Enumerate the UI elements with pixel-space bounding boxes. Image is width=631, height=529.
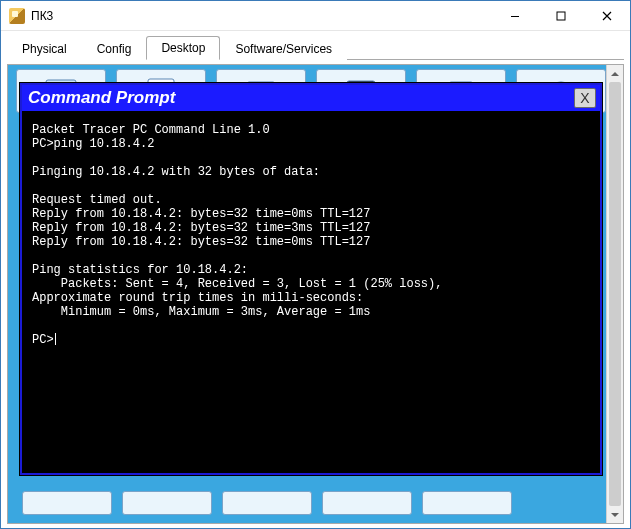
desktop-panel: >_ Command Prompt X Packet Tracer PC Com… <box>7 64 624 524</box>
minimize-icon <box>510 11 520 21</box>
tab-config[interactable]: Config <box>82 37 147 60</box>
app-icon <box>9 8 25 24</box>
desktop-background: >_ Command Prompt X Packet Tracer PC Com… <box>7 64 624 524</box>
desktop-scrollbar[interactable] <box>606 65 623 523</box>
close-x-label: X <box>580 90 589 106</box>
maximize-button[interactable] <box>538 1 584 31</box>
close-button[interactable] <box>584 1 630 31</box>
svg-rect-0 <box>511 16 519 17</box>
window-title: ПК3 <box>31 9 53 23</box>
desktop-tile[interactable] <box>422 491 512 515</box>
scroll-up-button[interactable] <box>607 65 623 82</box>
chevron-down-icon <box>611 511 619 519</box>
scroll-track[interactable] <box>607 82 623 506</box>
command-prompt-titlebar[interactable]: Command Prompt X <box>22 85 600 111</box>
command-prompt-title: Command Prompt <box>28 88 175 108</box>
svg-rect-1 <box>557 12 565 20</box>
desktop-tile[interactable] <box>22 491 112 515</box>
desktop-tile[interactable] <box>322 491 412 515</box>
window-titlebar: ПК3 <box>1 1 630 31</box>
minimize-button[interactable] <box>492 1 538 31</box>
maximize-icon <box>556 11 566 21</box>
scroll-thumb[interactable] <box>609 82 621 506</box>
desktop-bottom-strip <box>8 485 623 523</box>
scroll-down-button[interactable] <box>607 506 623 523</box>
chevron-up-icon <box>611 70 619 78</box>
desktop-tile[interactable] <box>222 491 312 515</box>
terminal-output: Packet Tracer PC Command Line 1.0 PC>pin… <box>32 123 590 347</box>
command-prompt-body[interactable]: Packet Tracer PC Command Line 1.0 PC>pin… <box>22 111 600 473</box>
command-prompt-window: Command Prompt X Packet Tracer PC Comman… <box>20 83 602 475</box>
tabstrip: Physical Config Desktop Software/Service… <box>1 31 630 59</box>
close-icon <box>602 11 612 21</box>
desktop-tile[interactable] <box>122 491 212 515</box>
command-prompt-close-button[interactable]: X <box>574 88 596 108</box>
tab-software-services[interactable]: Software/Services <box>220 37 347 60</box>
tab-desktop[interactable]: Desktop <box>146 36 220 60</box>
tab-physical[interactable]: Physical <box>7 37 82 60</box>
terminal-cursor <box>55 333 56 345</box>
